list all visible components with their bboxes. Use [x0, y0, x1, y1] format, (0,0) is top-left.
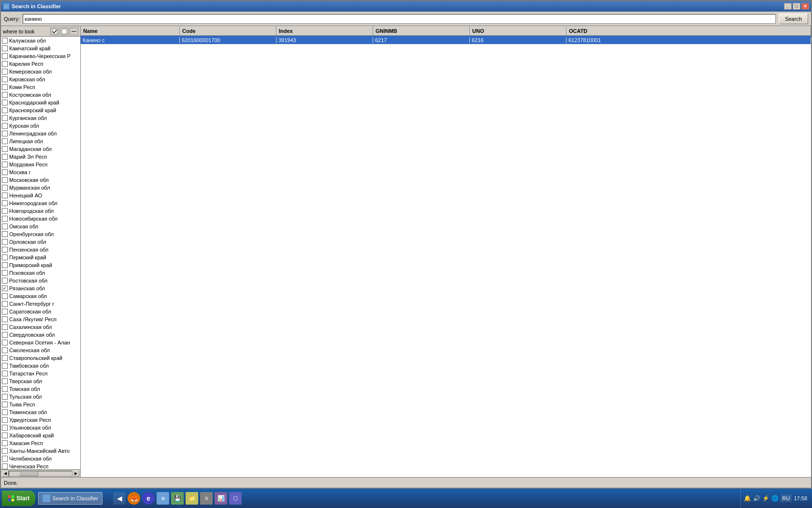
region-checkbox[interactable]	[2, 216, 8, 222]
list-item[interactable]: Тамбовская обл	[1, 362, 80, 370]
list-item[interactable]: Курская обл	[1, 122, 80, 130]
list-icon[interactable]: ≡	[200, 492, 213, 505]
app-icon-1[interactable]: ⚙	[157, 492, 169, 505]
list-item[interactable]: Красноярский край	[1, 106, 80, 114]
list-item[interactable]: Пермский край	[1, 254, 80, 261]
region-checkbox[interactable]	[2, 270, 8, 276]
region-checkbox[interactable]	[2, 463, 8, 469]
region-checkbox[interactable]	[2, 185, 8, 191]
list-item[interactable]: Карелия Респ	[1, 60, 80, 68]
list-item[interactable]: ✓Рязанская обл	[1, 284, 80, 292]
list-item[interactable]: Новосибирская обл	[1, 215, 80, 223]
list-item[interactable]: Костромская обл	[1, 91, 80, 99]
list-item[interactable]: Псковская обл	[1, 269, 80, 277]
col-header-uno[interactable]: UNO	[470, 26, 566, 35]
list-item[interactable]: Тульская обл	[1, 393, 80, 401]
query-input[interactable]	[23, 14, 776, 24]
list-item[interactable]: Томская обл	[1, 385, 80, 393]
scroll-thumb[interactable]	[19, 471, 38, 476]
col-header-gninmb[interactable]: GNINMB	[373, 26, 470, 35]
region-checkbox[interactable]	[2, 177, 8, 183]
list-item[interactable]: Ненецкий АО	[1, 192, 80, 199]
region-checkbox[interactable]	[2, 347, 8, 353]
list-item[interactable]: Челябинская обл	[1, 455, 80, 463]
col-header-index[interactable]: Index	[276, 26, 373, 35]
region-checkbox[interactable]	[2, 378, 8, 384]
uncheck-all-button[interactable]	[60, 28, 69, 35]
region-checkbox[interactable]	[2, 224, 8, 229]
region-checkbox[interactable]	[2, 45, 8, 51]
region-checkbox[interactable]	[2, 123, 8, 129]
region-checkbox[interactable]	[2, 84, 8, 90]
col-header-code[interactable]: Code	[180, 26, 276, 35]
region-checkbox[interactable]	[2, 262, 8, 268]
list-item[interactable]: Сахалинская обл	[1, 323, 80, 331]
region-checkbox[interactable]	[2, 115, 8, 121]
region-checkbox[interactable]	[2, 456, 8, 462]
minimize-button[interactable]: _	[784, 3, 792, 10]
list-item[interactable]: Ставропольский край	[1, 354, 80, 362]
list-item[interactable]: Саха /Якутия/ Респ	[1, 315, 80, 323]
check-all-button[interactable]	[50, 28, 59, 35]
list-item[interactable]: Московская обл	[1, 176, 80, 184]
list-item[interactable]: Кемеровская обл	[1, 68, 80, 75]
region-checkbox[interactable]	[2, 61, 8, 67]
region-checkbox[interactable]	[2, 386, 8, 392]
region-checkbox[interactable]	[2, 332, 8, 338]
region-checkbox[interactable]	[2, 138, 8, 144]
region-checkbox[interactable]	[2, 309, 8, 314]
folder-icon[interactable]: 📁	[186, 492, 198, 505]
browser-icon[interactable]: e	[142, 492, 155, 505]
list-item[interactable]: Санкт-Петербург г	[1, 300, 80, 308]
region-checkbox[interactable]	[2, 355, 8, 361]
region-checkbox[interactable]	[2, 293, 8, 299]
region-checkbox[interactable]	[2, 200, 8, 206]
region-checkbox[interactable]	[2, 417, 8, 423]
list-item[interactable]: Татарстан Респ	[1, 370, 80, 377]
list-item[interactable]: Ханты-Мансийский Авто	[1, 447, 80, 455]
collapse-button[interactable]	[70, 28, 78, 35]
list-item[interactable]: Камчатский край	[1, 45, 80, 52]
list-item[interactable]: Москва г	[1, 168, 80, 176]
list-item[interactable]: Приморский край	[1, 261, 80, 269]
region-checkbox[interactable]	[2, 409, 8, 415]
list-item[interactable]: Тверская обл	[1, 377, 80, 385]
list-item[interactable]: Марий Эл Респ	[1, 153, 80, 161]
list-item[interactable]: Удмуртская Респ	[1, 416, 80, 424]
region-checkbox[interactable]	[2, 340, 8, 345]
region-checkbox[interactable]	[2, 402, 8, 407]
save-icon[interactable]: 💾	[171, 492, 184, 505]
col-header-name[interactable]: Name	[81, 26, 180, 35]
app-icon-2[interactable]: 📊	[215, 492, 227, 505]
list-item[interactable]: Хакасия Респ	[1, 439, 80, 447]
region-checkbox[interactable]	[2, 363, 8, 369]
list-item[interactable]: Тыва Респ	[1, 401, 80, 408]
scroll-left-button[interactable]: ◀	[2, 471, 9, 477]
maximize-button[interactable]: □	[793, 3, 800, 10]
region-checkbox[interactable]	[2, 394, 8, 400]
search-button[interactable]: Search	[779, 14, 808, 24]
list-item[interactable]: Коми Респ	[1, 83, 80, 91]
list-item[interactable]: Ульяновская обл	[1, 424, 80, 432]
region-checkbox[interactable]	[2, 239, 8, 245]
scroll-right-button[interactable]: ▶	[72, 471, 79, 477]
start-button[interactable]: Start	[2, 491, 35, 506]
region-checkbox[interactable]	[2, 100, 8, 105]
region-checkbox[interactable]	[2, 278, 8, 284]
list-item[interactable]: Северная Осетия - Алан	[1, 339, 80, 346]
region-checkbox[interactable]	[2, 146, 8, 152]
region-checkbox[interactable]	[2, 247, 8, 253]
region-checkbox[interactable]	[2, 53, 8, 59]
region-checkbox[interactable]	[2, 254, 8, 260]
region-checkbox[interactable]	[2, 440, 8, 446]
region-checkbox[interactable]	[2, 208, 8, 214]
list-item[interactable]: Свердловская обл	[1, 331, 80, 339]
region-checkbox[interactable]	[2, 92, 8, 98]
firefox-icon[interactable]: 🦊	[128, 492, 140, 505]
taskbar-item-classifier[interactable]: Search in Classifier	[38, 492, 102, 505]
list-item[interactable]: Омская обл	[1, 223, 80, 230]
list-item[interactable]: Ленинградская обл	[1, 130, 80, 137]
region-checkbox[interactable]	[2, 131, 8, 136]
list-item[interactable]: Самарская обл	[1, 292, 80, 300]
region-checkbox[interactable]	[2, 154, 8, 160]
